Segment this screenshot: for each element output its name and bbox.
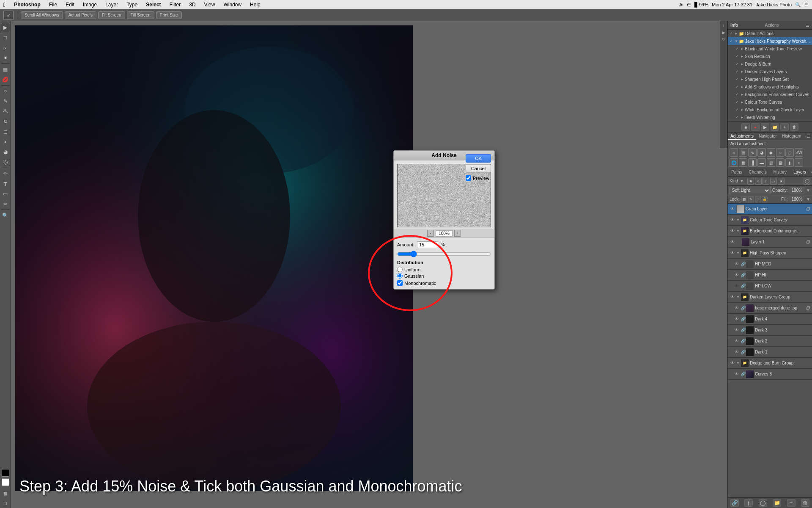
layer-high-pass-group[interactable]: 👁 ▼ 📁 High Pass Sharpen	[728, 248, 812, 259]
tab-channels[interactable]: Channels	[746, 168, 770, 176]
new-action-set-btn[interactable]: 📁	[771, 123, 779, 131]
shape-tool[interactable]: ▭	[1, 189, 10, 199]
layer-curves3[interactable]: 👁 🔗 Curves 3	[728, 369, 812, 380]
layer-eye-db[interactable]: 👁	[730, 360, 735, 366]
layer-eye-d4[interactable]: 👁	[734, 316, 740, 322]
pixel-filter[interactable]: ■	[747, 178, 754, 185]
brush-tool[interactable]: ✎	[1, 97, 10, 106]
selection-tool[interactable]: □	[1, 33, 10, 42]
menu-image[interactable]: Image	[80, 0, 100, 9]
magic-wand-tool[interactable]: ✷	[1, 53, 10, 63]
tab-history[interactable]: History	[770, 168, 790, 176]
record-btn[interactable]: ●	[751, 123, 760, 131]
layer-eye-hphi[interactable]: 👁	[734, 272, 740, 278]
layer-eye-grain[interactable]: 👁	[730, 206, 735, 212]
dialog-cancel-btn[interactable]: Cancel	[466, 164, 491, 173]
posterize-adj[interactable]: ▨	[767, 158, 775, 167]
vibrance-adj[interactable]: ◆	[767, 148, 775, 157]
tab-histogram[interactable]: Histogram	[779, 133, 804, 140]
print-size-btn[interactable]: Print Size	[156, 11, 182, 19]
layer-dark3[interactable]: 👁 🔗 Dark 3	[728, 325, 812, 336]
new-action-btn[interactable]: +	[780, 123, 789, 131]
adj-panel-menu[interactable]: ☰	[805, 133, 812, 140]
tab-layers[interactable]: Layers	[790, 168, 809, 176]
menu-filter[interactable]: Filter	[166, 0, 184, 9]
layer-dodge-burn-group[interactable]: 👁 ▼ 📁 Dodge and Burn Group	[728, 358, 812, 369]
threshold-adj[interactable]: ▩	[776, 158, 785, 167]
hand-tool[interactable]: ✏	[1, 199, 10, 209]
action-bw-preview[interactable]: ✓ ► Black and White Tone Preview	[728, 45, 812, 52]
adjustment-filter[interactable]: ○	[755, 178, 762, 185]
fill-screen-btn[interactable]: Fill Screen	[127, 11, 154, 19]
layer-bg-enhancement[interactable]: 👁 ▼ 📁 Background Enhanceme...	[728, 226, 812, 237]
menu-3d[interactable]: 3D	[186, 0, 199, 9]
eyedropper-tool[interactable]: 💋	[1, 75, 10, 84]
action-bg-enhancement[interactable]: ✓ ► Background Enhancement Curves	[728, 91, 812, 98]
kind-dropdown-icon[interactable]: ▼	[740, 179, 744, 183]
actual-pixels-btn[interactable]: Actual Pixels	[65, 11, 96, 19]
color-balance-adj[interactable]: ◌	[785, 148, 794, 157]
actions-panel-icon[interactable]: ▶	[721, 30, 727, 36]
layers-panel-menu[interactable]: ☰	[809, 168, 812, 176]
layer-eye-dk[interactable]: 👁	[730, 294, 735, 300]
action-jake-hicks-group[interactable]: ✓ ▼ 📁 Jake Hicks Photography Worksh...	[728, 37, 812, 45]
new-layer-btn[interactable]: +	[787, 499, 796, 507]
action-colour-tone[interactable]: ✓ ► Colour Tone Curves	[728, 98, 812, 106]
layer-darken-group[interactable]: 👁 ▼ 📁 Darken Layers Group	[728, 292, 812, 303]
tab-navigator[interactable]: Navigator	[756, 133, 779, 140]
blur-tool[interactable]: ◕	[1, 147, 10, 157]
layer-grain[interactable]: 👁 Grain Layer 🗍	[728, 204, 812, 215]
layer-eye-d1[interactable]: 👁	[734, 349, 740, 355]
action-skin-retouch[interactable]: ✓ ► Skin Retouch	[728, 52, 812, 60]
lock-all-btn[interactable]: 🔒	[762, 196, 768, 202]
layer-eye-d3[interactable]: 👁	[734, 327, 740, 333]
user-account[interactable]: Jake Hicks Photo	[756, 2, 792, 7]
smart-filter[interactable]: ★	[778, 178, 785, 185]
layer-hp-med[interactable]: 👁 🔗 HP MED	[728, 259, 812, 270]
menu-type[interactable]: Type	[123, 0, 141, 9]
menu-select[interactable]: Select	[143, 0, 164, 9]
history-brush-tool[interactable]: ↻	[1, 117, 10, 126]
layer-dark4[interactable]: 👁 🔗 Dark 4	[728, 314, 812, 325]
tab-adjustments[interactable]: Adjustments	[728, 133, 756, 140]
curves-adj[interactable]: ∿	[748, 148, 757, 157]
search-icon[interactable]: 🔍	[795, 2, 801, 8]
opacity-value[interactable]: 100%	[790, 187, 805, 193]
color-lookup-adj[interactable]: ▐	[748, 158, 757, 167]
fill-arrow[interactable]: ▼	[806, 197, 810, 202]
action-teeth-whitening[interactable]: ✓ ► Teeth Whitening	[728, 113, 812, 121]
lasso-tool[interactable]: ⚬	[1, 43, 10, 52]
screen-mode[interactable]: ☐	[1, 499, 10, 508]
layer-hp-low[interactable]: 👁 🔗 HP LOW	[728, 281, 812, 292]
history-panel-icon[interactable]: ↻	[721, 36, 727, 42]
add-mask-btn[interactable]: ◯	[759, 499, 767, 507]
layer-eye-c3[interactable]: 👁	[734, 371, 740, 377]
link-layers-btn[interactable]: 🔗	[730, 499, 739, 507]
layer-eye-hplow[interactable]: 👁	[734, 283, 740, 289]
layer-eye-bg[interactable]: 👁	[730, 228, 735, 234]
group-expand-dk[interactable]: ▼	[736, 295, 740, 299]
menu-help[interactable]: Help	[247, 0, 264, 9]
tab-paths[interactable]: Paths	[728, 168, 746, 176]
invert-adj[interactable]: ▬	[757, 158, 766, 167]
layer-dark1[interactable]: 👁 🔗 Dark 1	[728, 347, 812, 358]
move-tool[interactable]: ↙	[3, 11, 14, 20]
healing-brush-tool[interactable]: ○	[1, 86, 10, 96]
menu-extra-icon[interactable]: ☰	[804, 2, 809, 8]
exposure-adj[interactable]: ◕	[757, 148, 766, 157]
lock-pixels-btn[interactable]: ✎	[748, 196, 754, 202]
gradient-tool[interactable]: ▪	[1, 137, 10, 146]
action-sharpen-hp[interactable]: ✓ ► Sharpen High Pass Set	[728, 75, 812, 83]
filter-toggle[interactable]: ◯	[804, 178, 810, 185]
fill-value[interactable]: 100%	[790, 196, 805, 202]
action-shadows-highlights[interactable]: ✓ ► Add Shadows and Highlights	[728, 83, 812, 91]
layer-hp-hi[interactable]: 👁 🔗 HP HI	[728, 270, 812, 281]
channel-mixer-adj[interactable]: ▦	[739, 158, 747, 167]
eraser-tool[interactable]: ◻	[1, 127, 10, 136]
layer-eye-hpmed[interactable]: 👁	[734, 261, 740, 267]
group-expand-hp[interactable]: ▼	[736, 251, 740, 255]
dialog-ok-btn[interactable]: OK	[466, 154, 491, 163]
layer-eye-bm[interactable]: 👁	[734, 305, 740, 311]
layer-colour-tone-group[interactable]: 👁 ▼ 📁 Colour Tone Curves	[728, 215, 812, 226]
layer-eye-l1[interactable]: 👁	[730, 239, 735, 245]
